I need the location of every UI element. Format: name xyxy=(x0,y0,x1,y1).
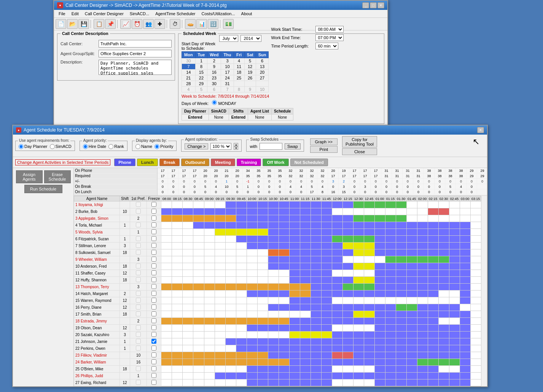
schedule-cell[interactable] xyxy=(439,277,449,284)
schedule-cell[interactable] xyxy=(311,249,321,256)
print-button[interactable]: Print xyxy=(310,146,338,153)
cal-cell[interactable]: 8 xyxy=(234,87,244,92)
schedule-cell[interactable] xyxy=(279,366,289,373)
schedule-cell[interactable] xyxy=(268,379,279,386)
menu-simacd-[interactable]: SimACD... xyxy=(127,11,152,17)
schedule-cell[interactable] xyxy=(311,256,321,263)
schedule-cell[interactable] xyxy=(204,208,215,215)
schedule-cell[interactable] xyxy=(268,345,279,352)
schedule-cell[interactable] xyxy=(183,318,193,325)
schedule-cell[interactable] xyxy=(439,249,449,256)
schedule-cell[interactable] xyxy=(364,379,374,386)
open-btn[interactable]: 📂 xyxy=(67,19,78,29)
schedule-cell[interactable] xyxy=(407,249,417,256)
schedule-cell[interactable] xyxy=(417,366,428,373)
schedule-cell[interactable] xyxy=(342,311,353,318)
schedule-cell[interactable] xyxy=(289,297,300,304)
schedule-cell[interactable] xyxy=(311,379,321,386)
schedule-cell[interactable] xyxy=(183,215,193,222)
schedule-cell[interactable] xyxy=(332,352,342,359)
schedule-cell[interactable] xyxy=(257,202,268,208)
simacd-radio-label[interactable]: SimACD xyxy=(50,144,72,149)
schedule-cell[interactable] xyxy=(247,229,257,236)
schedule-cell[interactable] xyxy=(375,263,385,270)
schedule-cell[interactable] xyxy=(172,256,183,263)
schedule-cell[interactable] xyxy=(289,379,300,386)
schedule-cell[interactable] xyxy=(353,277,364,284)
schedule-cell[interactable] xyxy=(342,379,353,386)
schedule-cell[interactable] xyxy=(225,359,236,366)
schedule-cell[interactable] xyxy=(161,263,172,270)
schedule-cell[interactable] xyxy=(268,290,279,297)
schedule-cell[interactable] xyxy=(385,373,396,379)
schedule-cell[interactable] xyxy=(204,270,215,277)
freeze-checkbox[interactable] xyxy=(151,359,156,364)
schedule-cell[interactable] xyxy=(321,202,332,208)
schedule-cell[interactable] xyxy=(407,379,417,386)
schedule-cell[interactable] xyxy=(353,379,364,386)
schedule-cell[interactable] xyxy=(247,263,257,270)
schedule-cell[interactable] xyxy=(449,332,460,338)
schedule-cell[interactable] xyxy=(417,202,428,208)
schedule-cell[interactable] xyxy=(311,263,321,270)
schedule-cell[interactable] xyxy=(321,297,332,304)
schedule-cell[interactable] xyxy=(439,311,449,318)
schedule-cell[interactable] xyxy=(342,222,353,229)
schedule-cell[interactable] xyxy=(460,284,471,290)
agent-freeze-cell[interactable] xyxy=(147,236,161,243)
schedule-cell[interactable] xyxy=(375,318,385,325)
schedule-cell[interactable] xyxy=(332,229,342,236)
schedule-cell[interactable] xyxy=(247,359,257,366)
schedule-cell[interactable] xyxy=(215,229,225,236)
schedule-cell[interactable] xyxy=(193,256,204,263)
schedule-cell[interactable] xyxy=(342,290,353,297)
schedule-cell[interactable] xyxy=(193,249,204,256)
schedule-cell[interactable] xyxy=(236,284,247,290)
schedule-cell[interactable] xyxy=(460,338,471,345)
schedule-cell[interactable] xyxy=(204,373,215,379)
schedule-cell[interactable] xyxy=(332,263,342,270)
schedule-cell[interactable] xyxy=(471,290,481,297)
schedule-cell[interactable] xyxy=(311,284,321,290)
schedule-cell[interactable] xyxy=(471,325,481,332)
schedule-cell[interactable] xyxy=(268,338,279,345)
agent-freeze-cell[interactable] xyxy=(147,263,161,270)
schedule-cell[interactable] xyxy=(449,277,460,284)
schedule-cell[interactable] xyxy=(428,263,439,270)
schedule-cell[interactable] xyxy=(375,379,385,386)
schedule-cell[interactable] xyxy=(428,256,439,263)
schedule-cell[interactable] xyxy=(183,290,193,297)
schedule-cell[interactable] xyxy=(342,236,353,243)
schedule-cell[interactable] xyxy=(364,249,374,256)
schedule-cell[interactable] xyxy=(289,352,300,359)
schedule-cell[interactable] xyxy=(332,311,342,318)
schedule-cell[interactable] xyxy=(236,290,247,297)
schedule-cell[interactable] xyxy=(183,352,193,359)
freeze-checkbox[interactable] xyxy=(151,202,156,207)
training-button[interactable]: Training xyxy=(237,159,261,166)
schedule-cell[interactable] xyxy=(439,304,449,311)
schedule-cell[interactable] xyxy=(172,202,183,208)
schedule-cell[interactable] xyxy=(300,373,311,379)
schedule-cell[interactable] xyxy=(161,373,172,379)
schedule-cell[interactable] xyxy=(183,338,193,345)
schedule-cell[interactable] xyxy=(417,290,428,297)
schedule-cell[interactable] xyxy=(342,249,353,256)
schedule-cell[interactable] xyxy=(342,256,353,263)
cal-cell[interactable]: 7 xyxy=(221,87,234,92)
priority-radio[interactable] xyxy=(154,144,159,149)
schedule-cell[interactable] xyxy=(247,373,257,379)
schedule-cell[interactable] xyxy=(289,338,300,345)
schedule-cell[interactable] xyxy=(236,373,247,379)
schedule-cell[interactable] xyxy=(449,338,460,345)
schedule-cell[interactable] xyxy=(183,208,193,215)
agent-freeze-cell[interactable] xyxy=(147,297,161,304)
schedule-cell[interactable] xyxy=(471,304,481,311)
schedule-cell[interactable] xyxy=(428,297,439,304)
save-btn[interactable]: 💾 xyxy=(78,19,89,29)
schedule-cell[interactable] xyxy=(375,290,385,297)
freeze-checkbox[interactable] xyxy=(151,236,156,241)
schedule-cell[interactable] xyxy=(449,222,460,229)
schedule-cell[interactable] xyxy=(321,352,332,359)
schedule-cell[interactable] xyxy=(396,345,407,352)
